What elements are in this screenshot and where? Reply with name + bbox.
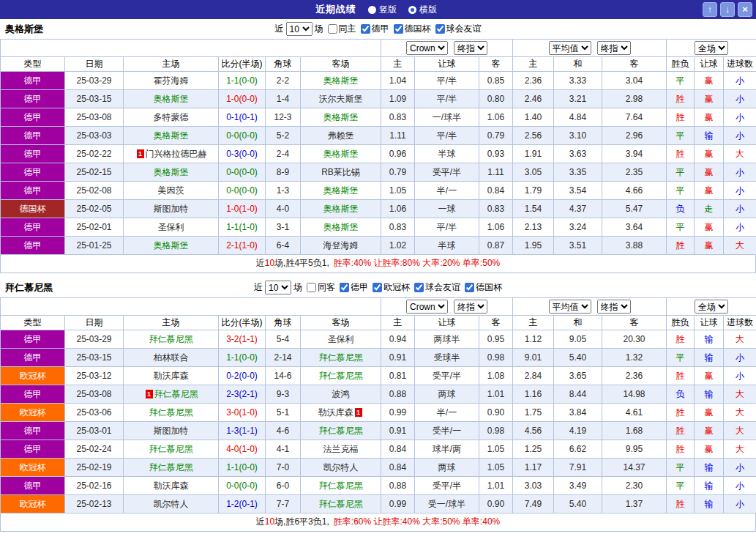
team-name-link[interactable]: 勒沃库森 xyxy=(318,407,353,418)
score-link[interactable]: 1-1(0-0) xyxy=(226,462,258,472)
score-link[interactable]: 2-3(2-1) xyxy=(226,389,258,399)
eu-source-select[interactable]: 平均值 xyxy=(549,300,591,314)
team-name-link[interactable]: 法兰克福 xyxy=(323,444,359,454)
eu-odds-time-select[interactable]: 终指 xyxy=(597,300,631,314)
league-option[interactable]: 球会友谊 xyxy=(431,23,482,35)
league-checkbox[interactable] xyxy=(373,283,382,292)
team-name-link[interactable]: 奥格斯堡 xyxy=(323,112,359,122)
team-name-link[interactable]: 霍芬海姆 xyxy=(154,75,189,86)
team-name-link[interactable]: 奥格斯堡 xyxy=(154,130,189,141)
recent-count-select[interactable]: 10 xyxy=(265,281,291,294)
score-link[interactable]: 1-0(1-0) xyxy=(226,204,258,214)
team-name-link[interactable]: 美因茨 xyxy=(158,185,184,196)
team-name-link[interactable]: 勒沃库森 xyxy=(154,481,189,491)
score-link[interactable]: 1-1(0-0) xyxy=(226,75,258,86)
team-name-link[interactable]: 拜仁慕尼黑 xyxy=(154,389,198,399)
team-name-link[interactable]: 凯尔特人 xyxy=(154,499,189,509)
team-name-link[interactable]: 拜仁慕尼黑 xyxy=(319,481,363,491)
move-up-button[interactable]: ↑ xyxy=(703,2,717,17)
team-name-link[interactable]: 凯尔特人 xyxy=(323,462,359,472)
team-name-link[interactable]: 斯图加特 xyxy=(154,204,189,214)
score-link[interactable]: 1-2(0-1) xyxy=(226,499,258,509)
league-checkbox[interactable] xyxy=(465,283,474,292)
score-link[interactable]: 3-2(1-1) xyxy=(226,334,258,344)
league-option[interactable]: 德甲 xyxy=(356,23,389,35)
same-venue-option[interactable]: 同主 xyxy=(323,23,356,35)
eu-odds-time-select[interactable]: 终指 xyxy=(597,41,631,55)
team-name-link[interactable]: 奥格斯堡 xyxy=(323,222,359,232)
team-name-link[interactable]: 海登海姆 xyxy=(323,240,359,251)
team-name-link[interactable]: 圣保利 xyxy=(158,222,184,232)
same-venue-checkbox[interactable] xyxy=(307,283,316,292)
team-name-link[interactable]: 斯图加特 xyxy=(154,426,189,436)
score-link[interactable]: 0-2(0-0) xyxy=(226,371,258,381)
ah-bookmaker-select[interactable]: Crown xyxy=(406,41,448,55)
score-link[interactable]: 3-0(1-0) xyxy=(226,407,258,418)
same-venue-option[interactable]: 同客 xyxy=(302,281,335,294)
league-type-cell: 德甲 xyxy=(1,90,65,108)
score-link[interactable]: 1-3(1-1) xyxy=(226,426,258,436)
team-name-link[interactable]: 奥格斯堡 xyxy=(323,204,359,214)
eu-source-select[interactable]: 平均值 xyxy=(549,41,591,55)
team-name-link[interactable]: 奥格斯堡 xyxy=(323,149,359,159)
score-link[interactable]: 0-0(0-0) xyxy=(226,130,258,141)
same-venue-checkbox[interactable] xyxy=(328,24,337,34)
team-name-link[interactable]: 拜仁慕尼黑 xyxy=(149,407,193,418)
score-link[interactable]: 1-1(0-0) xyxy=(226,352,258,363)
team-name-link[interactable]: RB莱比锡 xyxy=(321,167,360,177)
goals-scope-select[interactable]: 全场 xyxy=(695,300,728,314)
league-checkbox[interactable] xyxy=(394,24,403,34)
score-link[interactable]: 0-0(0-0) xyxy=(226,481,258,491)
team-name-link[interactable]: 波鸿 xyxy=(332,389,350,399)
ah-odds-time-select[interactable]: 终指 xyxy=(454,41,487,55)
team-name-link[interactable]: 弗赖堡 xyxy=(328,130,354,141)
league-option[interactable]: 德国杯 xyxy=(389,23,431,35)
vertical-layout-radio[interactable]: 竖版 xyxy=(368,4,397,16)
score-link[interactable]: 0-3(0-0) xyxy=(226,149,258,159)
score-link[interactable]: 1-0(0-0) xyxy=(226,94,258,104)
team-name-link[interactable]: 拜仁慕尼黑 xyxy=(149,334,193,344)
league-checkbox[interactable] xyxy=(435,24,445,34)
team-name-link[interactable]: 奥格斯堡 xyxy=(323,185,359,196)
league-checkbox[interactable] xyxy=(361,24,370,34)
league-option[interactable]: 德甲 xyxy=(335,281,368,294)
team-name-link[interactable]: 门兴格拉德巴赫 xyxy=(146,149,207,159)
team-name-link[interactable]: 柏林联合 xyxy=(154,352,189,363)
ah-bookmaker-select[interactable]: Crown xyxy=(406,300,448,314)
goals-scope-select[interactable]: 全场 xyxy=(695,41,728,55)
score-link[interactable]: 0-0(0-0) xyxy=(226,167,258,177)
score-link[interactable]: 0-1(0-1) xyxy=(226,112,258,122)
team-name-link[interactable]: 拜仁慕尼黑 xyxy=(319,371,363,381)
team-name-link[interactable]: 拜仁慕尼黑 xyxy=(149,444,193,454)
ah-odds-time-select[interactable]: 终指 xyxy=(454,300,487,314)
horizontal-layout-radio[interactable]: 横版 xyxy=(408,4,437,16)
team-name-link[interactable]: 奥格斯堡 xyxy=(154,240,189,251)
team-name-link[interactable]: 拜仁慕尼黑 xyxy=(319,499,363,509)
close-button[interactable]: × xyxy=(738,2,752,17)
team-name-link[interactable]: 拜仁慕尼黑 xyxy=(149,462,193,472)
recent-count-select[interactable]: 10 xyxy=(286,22,312,36)
match-row: 欧冠杯25-02-13凯尔特人1-2(0-1)7-7拜仁慕尼黑0.99受一/球半… xyxy=(1,495,756,513)
league-option[interactable]: 球会友谊 xyxy=(410,281,460,294)
team-name-link[interactable]: 奥格斯堡 xyxy=(154,94,189,104)
team-name-link[interactable]: 拜仁慕尼黑 xyxy=(319,426,363,436)
league-option[interactable]: 德国杯 xyxy=(460,281,502,294)
team-name-link[interactable]: 奥格斯堡 xyxy=(323,75,359,86)
team-name-link[interactable]: 勒沃库森 xyxy=(154,371,189,381)
team-name-link[interactable]: 多特蒙德 xyxy=(154,112,189,122)
home-team-cell: 斯图加特 xyxy=(124,200,219,218)
col-home: 主场 xyxy=(124,57,219,72)
score-link[interactable]: 4-0(1-0) xyxy=(226,444,258,454)
move-down-button[interactable]: ↓ xyxy=(720,2,735,17)
score-link[interactable]: 0-0(0-0) xyxy=(226,185,258,196)
team-name-link[interactable]: 拜仁慕尼黑 xyxy=(319,352,363,363)
league-option[interactable]: 欧冠杯 xyxy=(368,281,410,294)
league-checkbox[interactable] xyxy=(414,283,424,292)
team-name-link[interactable]: 奥格斯堡 xyxy=(154,167,189,177)
team-name-link[interactable]: 圣保利 xyxy=(328,334,354,344)
score-link[interactable]: 2-1(1-0) xyxy=(226,240,258,251)
league-checkbox[interactable] xyxy=(340,283,349,292)
team-name-link[interactable]: 沃尔夫斯堡 xyxy=(319,94,363,104)
result-cell: 平 xyxy=(667,349,695,367)
score-link[interactable]: 1-1(1-0) xyxy=(226,222,258,232)
